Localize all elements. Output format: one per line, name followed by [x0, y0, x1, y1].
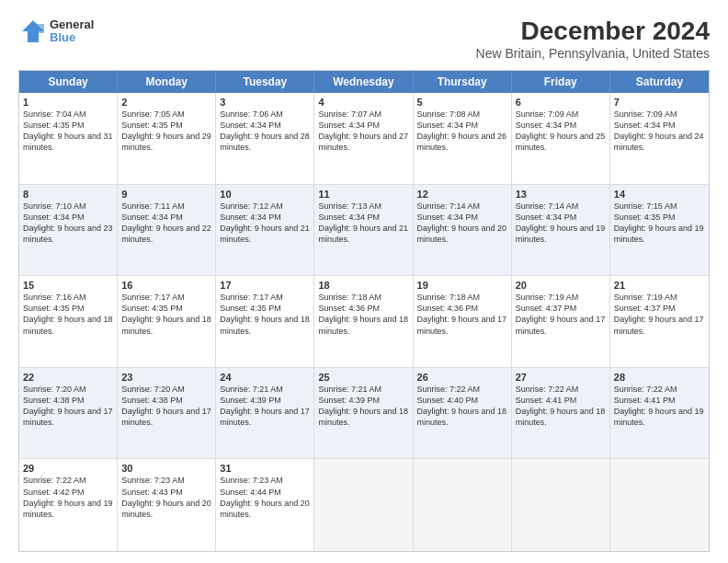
- calendar-day: 23Sunrise: 7:20 AMSunset: 4:38 PMDayligh…: [118, 368, 216, 459]
- calendar-day: 29Sunrise: 7:22 AMSunset: 4:42 PMDayligh…: [19, 459, 118, 551]
- day-number: 7: [614, 97, 705, 108]
- day-info: Sunrise: 7:13 AMSunset: 4:34 PMDaylight:…: [318, 201, 408, 246]
- day-number: 24: [220, 372, 310, 383]
- calendar-week: 22Sunrise: 7:20 AMSunset: 4:38 PMDayligh…: [19, 368, 709, 460]
- day-number: 6: [516, 97, 606, 108]
- day-info: Sunrise: 7:19 AMSunset: 4:37 PMDaylight:…: [614, 292, 705, 337]
- calendar-day: 22Sunrise: 7:20 AMSunset: 4:38 PMDayligh…: [19, 368, 118, 459]
- calendar-week: 15Sunrise: 7:16 AMSunset: 4:35 PMDayligh…: [19, 276, 709, 368]
- calendar: SundayMondayTuesdayWednesdayThursdayFrid…: [18, 70, 710, 552]
- day-number: 2: [121, 97, 211, 108]
- calendar-day: 8Sunrise: 7:10 AMSunset: 4:34 PMDaylight…: [19, 185, 118, 276]
- day-number: 12: [417, 189, 507, 200]
- day-number: 5: [417, 97, 507, 108]
- calendar-body: 1Sunrise: 7:04 AMSunset: 4:35 PMDaylight…: [19, 93, 709, 551]
- weekday-header: Tuesday: [216, 71, 314, 93]
- page-subtitle: New Britain, Pennsylvania, United States: [476, 46, 710, 61]
- calendar-day: 9Sunrise: 7:11 AMSunset: 4:34 PMDaylight…: [118, 185, 216, 276]
- weekday-header: Wednesday: [314, 71, 413, 93]
- calendar-day: 6Sunrise: 7:09 AMSunset: 4:34 PMDaylight…: [512, 93, 610, 184]
- day-number: 14: [614, 189, 705, 200]
- day-number: 30: [121, 463, 211, 474]
- day-info: Sunrise: 7:22 AMSunset: 4:42 PMDaylight:…: [23, 475, 113, 520]
- day-number: 9: [121, 189, 211, 200]
- empty-cell: [314, 459, 413, 551]
- day-info: Sunrise: 7:11 AMSunset: 4:34 PMDaylight:…: [121, 201, 211, 246]
- calendar-day: 5Sunrise: 7:08 AMSunset: 4:34 PMDaylight…: [414, 93, 512, 184]
- day-info: Sunrise: 7:22 AMSunset: 4:40 PMDaylight:…: [417, 384, 507, 429]
- calendar-day: 14Sunrise: 7:15 AMSunset: 4:35 PMDayligh…: [610, 185, 709, 276]
- calendar-day: 17Sunrise: 7:17 AMSunset: 4:35 PMDayligh…: [216, 276, 314, 367]
- calendar-day: 26Sunrise: 7:22 AMSunset: 4:40 PMDayligh…: [414, 368, 512, 459]
- logo-text: General Blue: [50, 18, 94, 45]
- day-number: 29: [23, 463, 113, 474]
- logo-line2: Blue: [50, 31, 94, 44]
- calendar-day: 11Sunrise: 7:13 AMSunset: 4:34 PMDayligh…: [314, 185, 413, 276]
- day-number: 21: [614, 280, 705, 291]
- day-info: Sunrise: 7:09 AMSunset: 4:34 PMDaylight:…: [614, 109, 705, 154]
- calendar-day: 3Sunrise: 7:06 AMSunset: 4:34 PMDaylight…: [216, 93, 314, 184]
- weekday-header: Friday: [512, 71, 610, 93]
- day-info: Sunrise: 7:08 AMSunset: 4:34 PMDaylight:…: [417, 109, 507, 154]
- day-number: 27: [516, 372, 606, 383]
- day-number: 3: [220, 97, 310, 108]
- calendar-day: 15Sunrise: 7:16 AMSunset: 4:35 PMDayligh…: [19, 276, 118, 367]
- calendar-day: 30Sunrise: 7:23 AMSunset: 4:43 PMDayligh…: [118, 459, 216, 551]
- day-info: Sunrise: 7:23 AMSunset: 4:44 PMDaylight:…: [220, 475, 310, 520]
- day-info: Sunrise: 7:12 AMSunset: 4:34 PMDaylight:…: [220, 201, 310, 246]
- calendar-week: 8Sunrise: 7:10 AMSunset: 4:34 PMDaylight…: [19, 185, 709, 277]
- weekday-header: Monday: [118, 71, 216, 93]
- day-info: Sunrise: 7:04 AMSunset: 4:35 PMDaylight:…: [23, 109, 113, 154]
- day-info: Sunrise: 7:07 AMSunset: 4:34 PMDaylight:…: [318, 109, 408, 154]
- day-info: Sunrise: 7:18 AMSunset: 4:36 PMDaylight:…: [417, 292, 507, 337]
- calendar-day: 31Sunrise: 7:23 AMSunset: 4:44 PMDayligh…: [216, 459, 314, 551]
- day-info: Sunrise: 7:21 AMSunset: 4:39 PMDaylight:…: [220, 384, 310, 429]
- day-info: Sunrise: 7:20 AMSunset: 4:38 PMDaylight:…: [23, 384, 113, 429]
- day-number: 10: [220, 189, 310, 200]
- calendar-day: 10Sunrise: 7:12 AMSunset: 4:34 PMDayligh…: [216, 185, 314, 276]
- calendar-day: 18Sunrise: 7:18 AMSunset: 4:36 PMDayligh…: [314, 276, 413, 367]
- calendar-day: 16Sunrise: 7:17 AMSunset: 4:35 PMDayligh…: [118, 276, 216, 367]
- calendar-day: 7Sunrise: 7:09 AMSunset: 4:34 PMDaylight…: [610, 93, 709, 184]
- day-info: Sunrise: 7:16 AMSunset: 4:35 PMDaylight:…: [23, 292, 113, 337]
- day-info: Sunrise: 7:17 AMSunset: 4:35 PMDaylight:…: [220, 292, 310, 337]
- day-info: Sunrise: 7:18 AMSunset: 4:36 PMDaylight:…: [318, 292, 408, 337]
- header: General Blue December 2024 New Britain, …: [18, 17, 710, 61]
- day-number: 18: [318, 280, 408, 291]
- title-block: December 2024 New Britain, Pennsylvania,…: [476, 17, 710, 61]
- day-number: 8: [23, 189, 113, 200]
- day-info: Sunrise: 7:14 AMSunset: 4:34 PMDaylight:…: [417, 201, 507, 246]
- empty-cell: [512, 459, 610, 551]
- calendar-day: 1Sunrise: 7:04 AMSunset: 4:35 PMDaylight…: [19, 93, 118, 184]
- calendar-day: 4Sunrise: 7:07 AMSunset: 4:34 PMDaylight…: [314, 93, 413, 184]
- day-info: Sunrise: 7:19 AMSunset: 4:37 PMDaylight:…: [516, 292, 606, 337]
- day-info: Sunrise: 7:22 AMSunset: 4:41 PMDaylight:…: [516, 384, 606, 429]
- calendar-day: 12Sunrise: 7:14 AMSunset: 4:34 PMDayligh…: [414, 185, 512, 276]
- page-title: December 2024: [476, 17, 710, 46]
- calendar-header: SundayMondayTuesdayWednesdayThursdayFrid…: [19, 71, 709, 93]
- day-number: 16: [121, 280, 211, 291]
- day-info: Sunrise: 7:21 AMSunset: 4:39 PMDaylight:…: [318, 384, 408, 429]
- day-number: 13: [516, 189, 606, 200]
- day-number: 23: [121, 372, 211, 383]
- day-number: 28: [614, 372, 705, 383]
- empty-cell: [414, 459, 512, 551]
- day-info: Sunrise: 7:06 AMSunset: 4:34 PMDaylight:…: [220, 109, 310, 154]
- calendar-day: 13Sunrise: 7:14 AMSunset: 4:34 PMDayligh…: [512, 185, 610, 276]
- day-info: Sunrise: 7:05 AMSunset: 4:35 PMDaylight:…: [121, 109, 211, 154]
- day-number: 4: [318, 97, 408, 108]
- logo-line1: General: [50, 18, 94, 31]
- day-info: Sunrise: 7:14 AMSunset: 4:34 PMDaylight:…: [516, 201, 606, 246]
- day-number: 11: [318, 189, 408, 200]
- logo-icon: [18, 17, 48, 46]
- day-info: Sunrise: 7:17 AMSunset: 4:35 PMDaylight:…: [121, 292, 211, 337]
- calendar-day: 28Sunrise: 7:22 AMSunset: 4:41 PMDayligh…: [610, 368, 709, 459]
- logo: General Blue: [18, 17, 94, 46]
- weekday-header: Saturday: [610, 71, 709, 93]
- calendar-week: 1Sunrise: 7:04 AMSunset: 4:35 PMDaylight…: [19, 93, 709, 185]
- weekday-header: Sunday: [19, 71, 118, 93]
- day-number: 26: [417, 372, 507, 383]
- page: General Blue December 2024 New Britain, …: [0, 0, 728, 563]
- day-info: Sunrise: 7:10 AMSunset: 4:34 PMDaylight:…: [23, 201, 113, 246]
- day-number: 31: [220, 463, 310, 474]
